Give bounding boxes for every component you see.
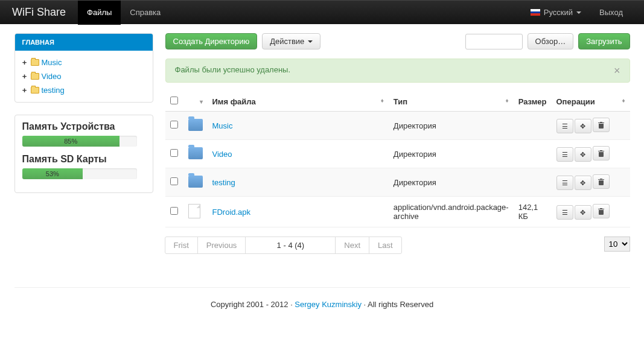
tree-link[interactable]: Video — [42, 72, 62, 81]
language-label: Русский — [544, 8, 573, 17]
device-storage-bar: 85% — [22, 136, 137, 147]
move-button[interactable]: ✥ — [575, 205, 591, 220]
tree-header: ГЛАВНАЯ — [15, 34, 153, 51]
file-type: Директория — [389, 168, 514, 197]
delete-button[interactable] — [593, 204, 610, 218]
file-size — [514, 140, 552, 168]
move-button[interactable]: ✥ — [575, 147, 591, 162]
tree-item[interactable]: +testing — [21, 83, 147, 97]
tree-item[interactable]: +Music — [21, 56, 147, 69]
nav-help[interactable]: Справка — [121, 1, 170, 25]
file-name-link[interactable]: testing — [212, 178, 235, 187]
file-type: Директория — [389, 112, 514, 140]
tree-panel: ГЛАВНАЯ +Music+Video+testing — [14, 33, 153, 103]
sd-storage-label: Память SD Карты — [22, 154, 145, 165]
brand: WiFi Share — [12, 6, 78, 19]
device-storage-fill: 85% — [22, 136, 120, 147]
col-type[interactable]: Тип♦ — [389, 92, 514, 112]
sort-icon: ♦ — [506, 97, 509, 104]
nav-files[interactable]: Файлы — [78, 1, 121, 25]
folder-icon — [31, 59, 39, 66]
table-row: MusicДиректория☰✥ — [165, 112, 630, 140]
row-checkbox[interactable] — [170, 207, 178, 215]
file-size: 142,1 КБ — [514, 197, 552, 227]
table-row: testingДиректория☰✥ — [165, 168, 630, 197]
tree-item[interactable]: +Video — [21, 69, 147, 83]
action-dropdown[interactable]: Действие — [262, 33, 320, 49]
directory-icon — [188, 119, 203, 131]
sd-storage-bar: 53% — [22, 168, 137, 179]
col-size[interactable]: Размер — [514, 92, 552, 112]
storage-panel: Память Устройства 85% Память SD Карты 53… — [14, 115, 153, 193]
list-button[interactable]: ☰ — [556, 147, 573, 162]
delete-button[interactable] — [593, 118, 610, 132]
delete-button[interactable] — [593, 146, 610, 160]
previous-page-button[interactable]: Previous — [197, 237, 246, 254]
move-button[interactable]: ✥ — [575, 119, 591, 133]
expand-icon[interactable]: + — [21, 72, 28, 81]
rights-text: · All rights Reserved — [362, 300, 433, 309]
files-table: ▾ Имя файла♦ Тип♦ Размер Операции♦ Music… — [165, 92, 630, 227]
next-page-button[interactable]: Next — [335, 237, 369, 254]
file-name-link[interactable]: FDroid.apk — [212, 208, 251, 217]
list-button[interactable]: ☰ — [556, 176, 573, 190]
select-all-checkbox[interactable] — [170, 97, 178, 104]
list-button[interactable]: ☰ — [556, 205, 573, 220]
file-type: application/vnd.android.package-archive — [389, 197, 514, 227]
row-checkbox[interactable] — [170, 121, 178, 129]
col-ops[interactable]: Операции♦ — [552, 92, 630, 112]
footer: Copyright 2001 - 2012 · Sergey Kuzminski… — [14, 287, 630, 321]
file-size — [514, 112, 552, 140]
flag-ru-icon — [531, 9, 540, 16]
folder-icon — [31, 87, 39, 94]
tree-link[interactable]: Music — [42, 58, 62, 67]
sort-icon: ♦ — [381, 97, 384, 104]
table-row: VideoДиректория☰✥ — [165, 140, 630, 168]
first-page-button[interactable]: Frist — [165, 237, 198, 254]
logout-link[interactable]: Выход — [590, 1, 632, 25]
file-name-link[interactable]: Music — [212, 121, 233, 130]
sd-storage-fill: 53% — [22, 168, 83, 179]
row-checkbox[interactable] — [170, 177, 178, 185]
tree-link[interactable]: testing — [42, 86, 65, 95]
sort-icon[interactable]: ▾ — [200, 98, 203, 105]
page-info: 1 - 4 (4) — [245, 237, 336, 254]
main-content: Создать Директорию Действие Обзор… Загру… — [165, 33, 630, 254]
close-alert-button[interactable]: × — [614, 65, 620, 76]
folder-icon — [31, 73, 39, 80]
toolbar: Создать Директорию Действие Обзор… Загру… — [165, 33, 630, 49]
browse-button[interactable]: Обзор… — [528, 33, 574, 49]
navbar: WiFi Share Файлы Справка Русский Выход — [0, 0, 644, 24]
copyright-text: Copyright 2001 - 2012 · — [211, 300, 295, 309]
col-name[interactable]: Имя файла♦ — [208, 92, 389, 112]
delete-button[interactable] — [593, 174, 610, 189]
list-button[interactable]: ☰ — [556, 119, 573, 133]
table-row: FDroid.apkapplication/vnd.android.packag… — [165, 197, 630, 227]
device-storage-label: Память Устройства — [22, 121, 145, 132]
expand-icon[interactable]: + — [21, 86, 28, 95]
row-checkbox[interactable] — [170, 149, 178, 157]
pagination: Frist Previous 1 - 4 (4) Next Last 10 — [165, 237, 630, 254]
caret-down-icon — [576, 11, 581, 14]
caret-down-icon — [308, 40, 313, 43]
action-label: Действие — [270, 37, 304, 46]
file-type: Директория — [389, 140, 514, 168]
page-size-select[interactable]: 10 — [604, 237, 630, 254]
directory-icon — [188, 147, 203, 159]
last-page-button[interactable]: Last — [369, 237, 402, 254]
move-button[interactable]: ✥ — [575, 176, 591, 190]
directory-icon — [188, 176, 203, 188]
upload-button[interactable]: Загрузить — [578, 33, 630, 49]
author-link[interactable]: Sergey Kuzminskiy — [295, 300, 362, 309]
alert-message: Файлы были успешно удалены. — [175, 65, 291, 76]
language-selector[interactable]: Русский — [521, 1, 590, 25]
expand-icon[interactable]: + — [21, 58, 28, 67]
upload-file-input[interactable] — [465, 34, 523, 49]
create-directory-button[interactable]: Создать Директорию — [165, 33, 258, 49]
success-alert: Файлы были успешно удалены. × — [165, 59, 630, 83]
sidebar: ГЛАВНАЯ +Music+Video+testing Память Устр… — [14, 33, 153, 254]
file-name-link[interactable]: Video — [212, 150, 232, 159]
sort-icon: ♦ — [622, 97, 625, 104]
file-icon — [188, 204, 200, 218]
file-size — [514, 168, 552, 197]
